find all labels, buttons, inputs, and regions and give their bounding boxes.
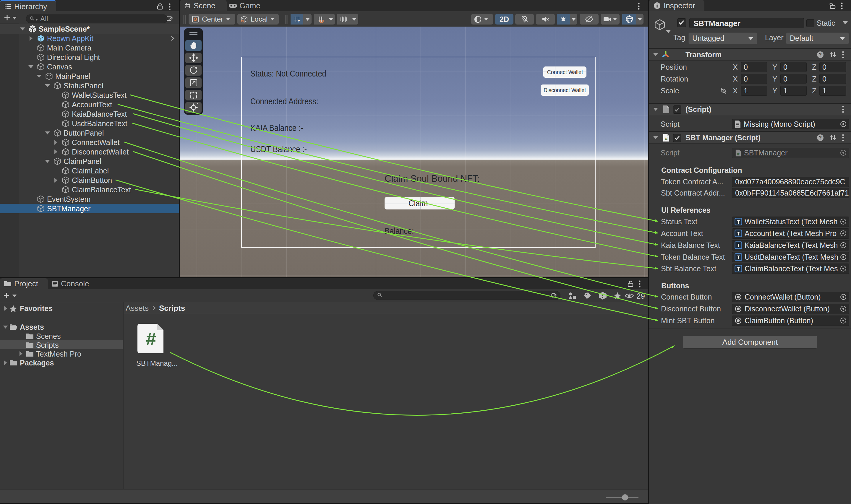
svg-text:T: T <box>737 266 740 272</box>
svg-text:Y: Y <box>297 19 300 23</box>
svg-text:T: T <box>737 231 740 237</box>
svg-text:T: T <box>737 255 740 260</box>
svg-text:#: # <box>146 328 156 349</box>
svg-text:#: # <box>737 151 739 156</box>
svg-text:T: T <box>737 219 740 225</box>
svg-text:T: T <box>737 243 740 249</box>
